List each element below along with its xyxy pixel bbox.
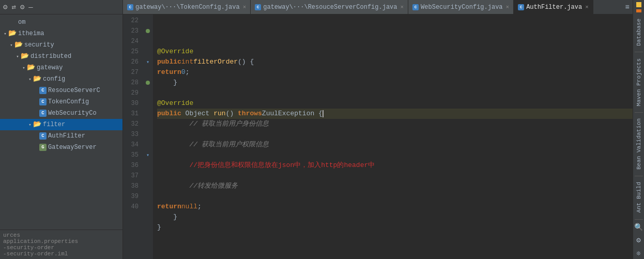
settings-icon[interactable]: ⚙ — [3, 3, 7, 11]
tab-tab4[interactable]: CAuthFilter.java× — [514, 0, 593, 14]
line-num-34: 34 — [123, 140, 139, 150]
tree-icon-om — [8, 18, 17, 26]
tree-label-ResouceServerC: ResouceServerC — [48, 87, 100, 94]
footer-sources: urces — [3, 232, 119, 238]
tree-label-WebSecurityCo: WebSecurityCo — [48, 110, 97, 117]
tab-label-tab1: gateway\···\TokenConfig.java — [135, 4, 240, 11]
gutter-39 — [143, 191, 153, 202]
tree-icon-AuthFilter: C — [39, 132, 47, 140]
code-line-23: public int filterOrder() { — [157, 57, 633, 67]
tree-icon-filter: 📂 — [33, 120, 41, 129]
minimize-icon[interactable]: — — [28, 3, 33, 11]
tree-label-itheima: itheima — [18, 30, 44, 37]
tab-close-tab4[interactable]: × — [585, 4, 589, 10]
tab-close-tab3[interactable]: × — [506, 4, 510, 10]
line-num-28: 28 — [123, 78, 139, 88]
gutter-27 — [143, 67, 153, 78]
line-num-23: 23 — [123, 26, 139, 36]
code-line-22: @Override — [157, 47, 633, 57]
sidebar-item-gateway[interactable]: ▾📂gateway — [0, 62, 122, 73]
code-line-29: // 获取当前用户身份信息 — [157, 119, 633, 129]
sidebar-item-security[interactable]: ▾📂security — [0, 39, 122, 51]
gutter-35: ▾ — [143, 150, 153, 160]
tree-icon-WebSecurityCo: C — [39, 110, 47, 117]
sidebar-item-GatewayServer[interactable]: GGatewayServer — [0, 142, 122, 153]
code-line-26 — [157, 88, 633, 98]
footer-props: application.properties — [3, 238, 119, 245]
right-tab-database[interactable]: Database — [635, 14, 643, 50]
code-line-37: return null; — [157, 202, 633, 212]
tree-arrow-gateway: ▾ — [21, 65, 27, 71]
code-line-36 — [157, 191, 633, 202]
tree-icon-config: 📂 — [33, 75, 41, 83]
tab-label-tab3: WebSecurityConfig.java — [421, 4, 502, 11]
right-tab-bean-validation[interactable]: Bean Validation — [635, 114, 643, 174]
line-num-39: 39 — [123, 191, 139, 202]
line-num-38: 38 — [123, 181, 139, 191]
gutter-24 — [143, 36, 153, 47]
sidebar-item-itheima[interactable]: ▾📂itheima — [0, 28, 122, 39]
tab-tab1[interactable]: Cgateway\···\TokenConfig.java× — [123, 0, 251, 14]
line-num-32: 32 — [123, 119, 139, 129]
tree-label-GatewayServer: GatewayServer — [48, 144, 97, 151]
editor-area: Cgateway\···\TokenConfig.java×Cgateway\·… — [123, 0, 633, 259]
tree-icon-GatewayServer: G — [39, 144, 47, 151]
sidebar-item-TokenConfig[interactable]: CTokenConfig — [0, 96, 122, 108]
search-icon[interactable]: 🔍 — [633, 221, 644, 233]
sidebar: ⚙ ⇄ ⚙ — om▾📂itheima▾📂security▾📂distribut… — [0, 0, 123, 259]
code-line-27: @Override — [157, 98, 633, 109]
sidebar-item-WebSecurityCo[interactable]: CWebSecurityCo — [0, 108, 122, 119]
code-line-25: } — [157, 78, 633, 88]
code-line-31: // 获取当前用户权限信息 — [157, 140, 633, 150]
tree-arrow-itheima: ▾ — [2, 31, 8, 37]
tree-label-om: om — [18, 19, 25, 26]
tree-label-distributed: distributed — [30, 53, 71, 60]
gutter-33 — [143, 129, 153, 140]
tab-label-tab2: gateway\···\ResouceServerConfig.java — [263, 4, 397, 11]
tree-label-filter: filter — [43, 121, 65, 128]
swap-icon[interactable]: ⇄ — [11, 3, 16, 11]
code-line-32 — [157, 150, 633, 160]
sidebar-item-AuthFilter[interactable]: CAuthFilter — [0, 130, 122, 142]
tab-tab2[interactable]: Cgateway\···\ResouceServerConfig.java× — [251, 0, 408, 14]
sidebar-item-filter[interactable]: ▾📂filter — [0, 119, 122, 130]
tree-label-gateway: gateway — [37, 64, 63, 71]
line-num-36: 36 — [123, 160, 139, 171]
gutter-40 — [143, 202, 153, 212]
tree-icon-distributed: 📂 — [21, 52, 29, 60]
gutter-30 — [143, 98, 153, 109]
tab-menu-button[interactable]: ≡ — [622, 3, 633, 11]
right-tab-ant-build[interactable]: Ant Build — [635, 178, 643, 217]
asterisk-icon[interactable]: ❊ — [635, 247, 642, 259]
line-num-25: 25 — [123, 47, 139, 57]
code-content[interactable]: @Override public int filterOrder() { ret… — [153, 14, 633, 259]
gear-icon[interactable]: ⚙ — [635, 234, 642, 246]
gutter-31 — [143, 109, 153, 119]
sidebar-item-distributed[interactable]: ▾📂distributed — [0, 51, 122, 62]
code-line-34 — [157, 171, 633, 181]
right-panel: DatabaseMaven ProjectsBean ValidationAnt… — [633, 0, 644, 259]
tree-arrow-filter: ▾ — [27, 122, 33, 128]
tree-label-config: config — [43, 75, 65, 83]
footer-iml: -security-order.iml — [3, 251, 119, 257]
tab-bar: Cgateway\···\TokenConfig.java×Cgateway\·… — [123, 0, 633, 14]
tab-close-tab2[interactable]: × — [401, 4, 404, 10]
sidebar-footer: urces application.properties -security-o… — [0, 230, 122, 259]
sidebar-item-ResouceServerC[interactable]: CResouceServerC — [0, 85, 122, 96]
gutter-28 — [143, 78, 153, 88]
sidebar-item-om[interactable]: om — [0, 17, 122, 28]
code-line-24: return 0; — [157, 67, 633, 78]
tree-icon-TokenConfig: C — [39, 98, 47, 105]
tab-close-tab1[interactable]: × — [243, 4, 247, 10]
tab-icon-tab3: C — [412, 4, 419, 10]
gutter-34 — [143, 140, 153, 150]
sidebar-tree: om▾📂itheima▾📂security▾📂distributed▾📂gate… — [0, 14, 122, 230]
line-num-29: 29 — [123, 88, 139, 98]
config-icon[interactable]: ⚙ — [20, 3, 24, 11]
tab-tab3[interactable]: CWebSecurityConfig.java× — [408, 0, 514, 14]
tree-label-TokenConfig: TokenConfig — [48, 98, 89, 105]
tree-arrow-distributed: ▾ — [14, 54, 21, 59]
right-tab-maven-projects[interactable]: Maven Projects — [635, 54, 643, 110]
code-line-39: } — [157, 222, 633, 233]
sidebar-item-config[interactable]: ▾📂config — [0, 73, 122, 85]
